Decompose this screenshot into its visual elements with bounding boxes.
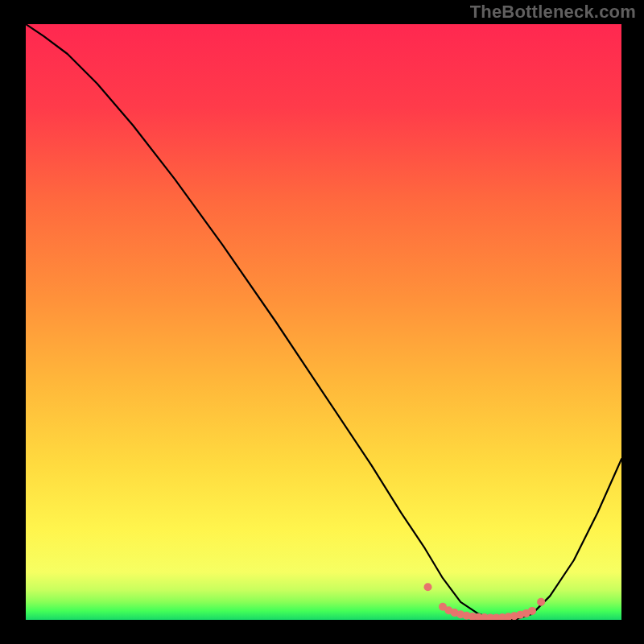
chart-svg — [26, 24, 621, 620]
highlight-dot — [424, 583, 432, 591]
highlight-dot — [528, 607, 536, 615]
watermark-text: TheBottleneck.com — [470, 2, 636, 23]
chart-area — [26, 24, 621, 620]
highlight-dot — [537, 598, 545, 606]
gradient-fill — [26, 24, 621, 620]
